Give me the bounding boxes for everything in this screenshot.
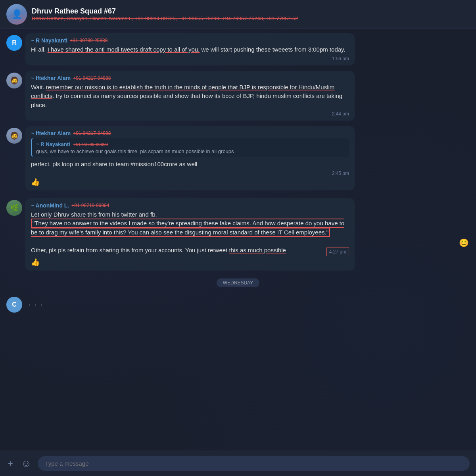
highlighted-quote: "They have no answer to the videos I mad… [31, 219, 344, 237]
timestamp: 1:56 pm [31, 56, 349, 61]
message-row: C · · · [6, 295, 470, 314]
message-input[interactable] [38, 456, 470, 471]
date-divider: WEDNESDAY [6, 278, 470, 287]
timestamp: 2:45 pm [31, 171, 349, 176]
timestamp: 2:44 pm [31, 111, 349, 117]
message-bubble: ~ Iftekhar Alam +91-94217-94888 ~ R Naya… [25, 126, 355, 190]
chat-area: R ~ R Nayakanti +91-99789-25888 Hi all, … [0, 29, 476, 451]
sender-phone: +91-94217-94888 [73, 75, 111, 81]
typing-indicator: · · · [25, 295, 47, 314]
group-title: Dhruv Rathee Squad #67 [32, 7, 470, 15]
message-row: R ~ R Nayakanti +91-99789-25888 Hi all, … [6, 33, 470, 65]
message-text: Let only Dhruv share this from his twitt… [31, 210, 349, 256]
sender-phone: +91-94217-94888 [73, 131, 111, 136]
message-row: 🧔 ~ Iftekhar Alam +91-94217-94888 Wait. … [6, 71, 470, 121]
thumbs-up-reaction: 👍 [31, 178, 40, 186]
typing-dots: · · · [29, 300, 44, 309]
sender-phone: +91-96719-89994 [71, 203, 109, 208]
underlined-text: this as much possible [229, 247, 286, 253]
message-text: Wait. remember our mission is to establi… [31, 83, 349, 110]
sender-phone: +91-99789-25888 [70, 38, 107, 43]
add-attachment-button[interactable]: + [6, 457, 15, 470]
sender-line: ~ Iftekhar Alam +91-94217-94888 [31, 75, 349, 81]
thumbs-up-reaction-2: 👍 [31, 258, 40, 267]
header-info: Dhruv Rathee Squad #67 Dhruv Rathee, Gha… [32, 7, 470, 21]
timestamp-highlighted: 4:27 pm [326, 248, 349, 256]
message-bubble: ~ Iftekhar Alam +91-94217-94888 Wait. re… [25, 71, 355, 121]
sender-line: ~ R Nayakanti +91-99789-25888 [31, 37, 349, 44]
avatar-iftekhar: 🧔 [6, 73, 22, 88]
message-text: Hi all, I have shared the anti modi twee… [31, 45, 349, 54]
quoted-phone: +91-99799-99999 [73, 142, 108, 147]
sender-name: ~ R Nayakanti [31, 37, 67, 44]
avatar-anonmind: 🌿 [6, 200, 22, 216]
group-members: Dhruv Rathee, Ghanyah, Dinesh, Narame L,… [32, 15, 470, 21]
avatar-iftekhar-2: 🧔 [6, 128, 22, 144]
input-bar: + ☺ [0, 451, 476, 476]
sender-line: ~ AnonMind L. +91-96719-89994 [31, 202, 349, 209]
date-label: WEDNESDAY [217, 278, 259, 287]
message-row: 🧔 ~ Iftekhar Alam +91-94217-94888 ~ R Na… [6, 126, 470, 190]
sender-name: ~ AnonMind L. [31, 202, 69, 209]
quoted-text: guys, we have to achieve our goals this … [36, 148, 345, 154]
underlined-text: I have shared the anti modi tweets draft… [48, 46, 200, 53]
smiley-reaction: 😊 [459, 238, 469, 248]
message-bubble: ~ AnonMind L. +91-96719-89994 Let only D… [25, 198, 355, 271]
underlined-text: remember our mission is to establish the… [31, 84, 334, 100]
chat-header: 👤 Dhruv Rathee Squad #67 Dhruv Rathee, G… [0, 0, 476, 29]
message-bubble: ~ R Nayakanti +91-99789-25888 Hi all, I … [25, 33, 355, 65]
group-avatar: 👤 [6, 4, 27, 25]
message-text: perfect. pls loop in and share to team #… [31, 160, 349, 169]
quoted-sender: ~ R Nayakanti [36, 141, 70, 147]
sender-line: ~ Iftekhar Alam +91-94217-94888 [31, 130, 349, 136]
message-row: 🌿 ~ AnonMind L. +91-96719-89994 Let only… [6, 198, 470, 271]
quoted-message: ~ R Nayakanti +91-99799-99999 guys, we h… [31, 138, 349, 157]
sender-name: ~ Iftekhar Alam [31, 130, 71, 136]
avatar-c: C [6, 297, 22, 313]
sender-name: ~ Iftekhar Alam [31, 75, 71, 81]
avatar-r-nayakanti: R [6, 35, 22, 51]
emoji-button[interactable]: ☺ [19, 456, 33, 471]
